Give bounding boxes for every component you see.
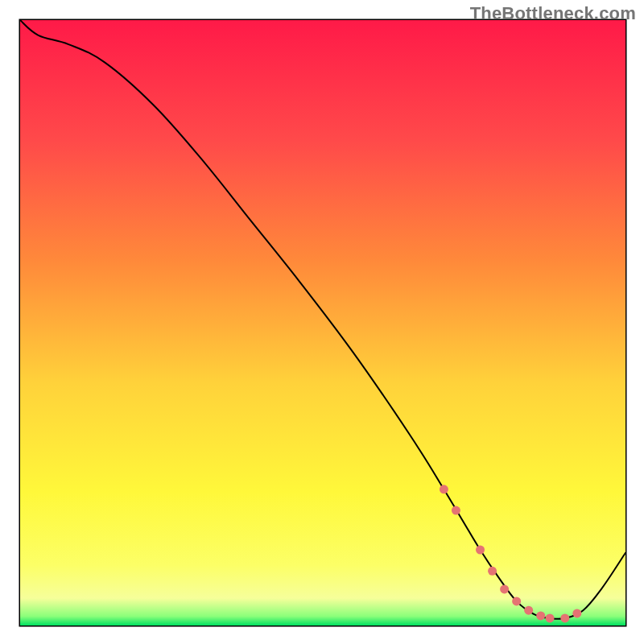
valley-dot [512,597,521,605]
valley-dot [476,546,485,555]
watermark-text: TheBottleneck.com [470,3,636,24]
valley-dot [546,613,555,622]
valley-dot [500,584,509,593]
valley-dot [452,506,460,515]
gradient-background [20,20,625,625]
valley-dot [524,606,533,615]
bottleneck-chart [0,0,644,644]
valley-dot [560,613,569,622]
valley-dot [440,485,448,493]
valley-dot [572,609,581,617]
valley-dot [488,567,497,576]
valley-dot [536,611,545,620]
chart-stage: TheBottleneck.com [0,0,644,644]
